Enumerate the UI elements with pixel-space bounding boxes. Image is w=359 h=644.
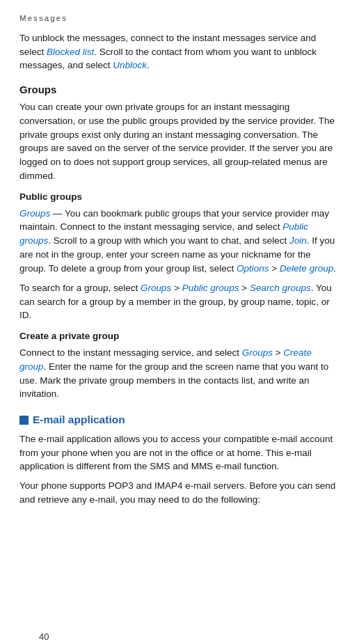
public-groups-paragraph1: Groups — You can bookmark public groups … xyxy=(19,207,340,276)
cpg-text-1: Connect to the instant messaging service… xyxy=(19,347,242,358)
options-link[interactable]: Options xyxy=(237,263,269,274)
email-paragraph1: The e-mail application allows you to acc… xyxy=(19,432,340,474)
email-paragraph2: Your phone supports POP3 and IMAP4 e-mai… xyxy=(19,479,340,507)
pg-text-3: . Scroll to a group with which you want … xyxy=(48,235,289,246)
delete-group-link[interactable]: Delete group xyxy=(280,263,333,274)
intro-paragraph: To unblock the messages, connect to the … xyxy=(19,31,340,73)
cpg-text-2: > xyxy=(273,347,283,358)
groups-heading: Groups xyxy=(19,82,340,97)
groups-body: You can create your own private groups f… xyxy=(19,100,340,183)
create-private-group-body: Connect to the instant messaging service… xyxy=(19,346,340,401)
create-groups-link[interactable]: Groups xyxy=(242,347,273,358)
pg2-text-3: > xyxy=(239,283,250,293)
page-header: Messages xyxy=(19,13,340,24)
pg2-text-1: To search for a group, select xyxy=(19,283,141,293)
page-number: 40 xyxy=(39,631,49,644)
blue-square-icon xyxy=(19,416,29,425)
intro-text-3: . xyxy=(147,60,150,70)
groups-link-2[interactable]: Groups xyxy=(141,283,171,293)
blocked-list-link[interactable]: Blocked list xyxy=(47,47,94,57)
public-groups-paragraph2: To search for a group, select Groups > P… xyxy=(19,281,340,323)
search-groups-link[interactable]: Search groups xyxy=(250,283,311,293)
pg-text-5: > xyxy=(269,263,279,274)
groups-link-1[interactable]: Groups xyxy=(19,208,50,219)
unblock-link[interactable]: Unblock xyxy=(113,60,147,70)
create-private-group-heading: Create a private group xyxy=(19,329,340,343)
join-link[interactable]: Join xyxy=(289,235,307,246)
public-groups-heading: Public groups xyxy=(19,190,340,204)
email-heading-text: E-mail application xyxy=(33,412,125,427)
pg2-text-2: > xyxy=(171,283,182,293)
public-groups-link-2[interactable]: Public groups xyxy=(182,283,239,293)
email-section-heading-container: E-mail application xyxy=(19,412,340,427)
cpg-text-3: . Enter the name for the group and the s… xyxy=(19,361,328,400)
header-label: Messages xyxy=(19,14,67,22)
pg-text-6: . xyxy=(333,263,336,274)
page-wrapper: Messages To unblock the messages, connec… xyxy=(19,13,340,644)
